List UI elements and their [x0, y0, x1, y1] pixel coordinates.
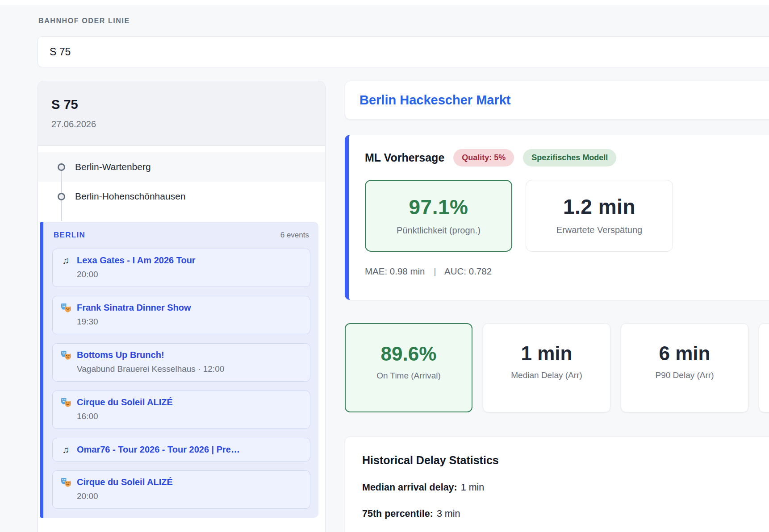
- station-panel: Berlin Hackescher Markt ML Vorhersage Qu…: [345, 81, 769, 532]
- events-city-label: BERLIN: [54, 231, 85, 240]
- station-list: Berlin-Wartenberg Berlin-Hohenschönhause…: [38, 146, 325, 211]
- station-row-wartenberg[interactable]: Berlin-Wartenberg: [38, 152, 325, 182]
- stat-value: 89.6%: [350, 343, 467, 365]
- search-label: BAHNHOF ODER LINIE: [38, 17, 130, 25]
- stat-card-p90-delay: 6 min P90 Delay (Arr): [621, 323, 748, 412]
- history-row-value: 3 min: [437, 508, 460, 519]
- quality-badge: Quality: 5%: [453, 149, 514, 166]
- stat-label: On Time (Arrival): [350, 371, 467, 381]
- events-box: BERLIN 6 events ♫ Lexa Gates - I Am 2026…: [40, 222, 318, 518]
- event-title: Lexa Gates - I Am 2026 Tour: [77, 255, 196, 266]
- mae-metric: MAE: 0.98 min: [365, 266, 425, 276]
- line-title: S 75: [51, 97, 312, 112]
- stat-value: 1 min: [488, 342, 606, 365]
- history-row-p75: 75th percentile:3 min: [362, 508, 769, 520]
- events-count: 6 events: [280, 231, 309, 240]
- expected-delay-label: Erwartete Verspätung: [531, 225, 667, 235]
- station-title-card: Berlin Hackescher Markt: [345, 81, 769, 120]
- punctuality-value: 97.1%: [371, 195, 506, 219]
- line-date: 27.06.2026: [51, 119, 312, 129]
- event-time: 19:30: [77, 317, 302, 327]
- station-title-link[interactable]: Berlin Hackescher Markt: [359, 93, 511, 107]
- event-card[interactable]: Frank Sinatra Dinner Show 19:30: [52, 296, 310, 334]
- event-time: 20:00: [77, 270, 302, 279]
- theater-masks-icon: [60, 398, 71, 407]
- history-row-label: Median arrival delay:: [362, 482, 457, 493]
- punctuality-label: Pünktlichkeit (progn.): [371, 225, 506, 236]
- history-row-value: 1 min: [461, 482, 485, 493]
- search-input[interactable]: [38, 36, 769, 67]
- punctuality-box: 97.1% Pünktlichkeit (progn.): [365, 180, 512, 252]
- theater-masks-icon: [60, 303, 71, 312]
- station-name: Berlin-Hohenschönhausen: [75, 191, 186, 202]
- history-row-label: 75th percentile:: [362, 508, 433, 519]
- history-card: Historical Delay Statistics Median arriv…: [345, 436, 769, 532]
- stat-card-on-time: 89.6% On Time (Arrival): [345, 323, 472, 412]
- stat-card-partial: [759, 323, 769, 412]
- event-title: Frank Sinatra Dinner Show: [77, 303, 191, 313]
- station-dot-icon: [58, 163, 65, 171]
- line-panel: S 75 27.06.2026 Berlin-Wartenberg Berlin…: [38, 81, 326, 532]
- line-panel-header: S 75 27.06.2026: [38, 81, 325, 146]
- station-dot-icon: [58, 193, 65, 200]
- event-venue-time: Vagabund Brauerei Kesselhaus · 12:00: [77, 364, 302, 374]
- event-time: 16:00: [77, 411, 302, 421]
- auc-metric: AUC: 0.782: [444, 266, 492, 276]
- event-card[interactable]: Cirque du Soleil ALIZÉ 20:00: [52, 470, 310, 509]
- stat-label: P90 Delay (Arr): [626, 370, 744, 380]
- history-title: Historical Delay Statistics: [362, 454, 769, 467]
- event-time: 20:00: [77, 491, 302, 501]
- events-header: BERLIN 6 events: [52, 231, 310, 240]
- event-card[interactable]: Bottoms Up Brunch! Vagabund Brauerei Kes…: [52, 343, 310, 382]
- model-badge: Spezifisches Modell: [523, 149, 616, 166]
- ml-card-header: ML Vorhersage Quality: 5% Spezifisches M…: [365, 149, 769, 166]
- station-name: Berlin-Wartenberg: [75, 162, 151, 172]
- stats-row: 89.6% On Time (Arrival) 1 min Median Del…: [345, 323, 769, 412]
- ml-metrics: MAE: 0.98 min | AUC: 0.782: [365, 266, 769, 277]
- expected-delay-box: 1.2 min Erwartete Verspätung: [526, 180, 673, 252]
- music-note-icon: ♫: [60, 256, 71, 265]
- stat-label: Median Delay (Arr): [488, 370, 606, 380]
- station-row-hohenschoenhausen[interactable]: Berlin-Hohenschönhausen: [38, 182, 325, 211]
- music-note-icon: ♫: [60, 445, 71, 454]
- ml-prediction-card: ML Vorhersage Quality: 5% Spezifisches M…: [345, 135, 769, 300]
- ml-card-title: ML Vorhersage: [365, 151, 444, 164]
- theater-masks-icon: [60, 350, 71, 360]
- expected-delay-value: 1.2 min: [531, 195, 667, 219]
- metrics-separator: |: [434, 266, 436, 276]
- history-row-median: Median arrival delay:1 min: [362, 482, 769, 493]
- stat-value: 6 min: [626, 342, 744, 365]
- event-title: Bottoms Up Brunch!: [77, 350, 164, 360]
- event-card[interactable]: ♫ Lexa Gates - I Am 2026 Tour 20:00: [52, 249, 310, 287]
- event-title: Omar76 - Tour 2026 - Tour 2026 | Pre…: [77, 445, 240, 455]
- event-title: Cirque du Soleil ALIZÉ: [77, 477, 173, 487]
- event-title: Cirque du Soleil ALIZÉ: [77, 397, 173, 407]
- event-card[interactable]: ♫ Omar76 - Tour 2026 - Tour 2026 | Pre…: [52, 438, 310, 461]
- event-card[interactable]: Cirque du Soleil ALIZÉ 16:00: [52, 391, 310, 429]
- stat-card-median-delay: 1 min Median Delay (Arr): [483, 323, 610, 412]
- top-strip: [0, 0, 769, 5]
- theater-masks-icon: [60, 478, 71, 487]
